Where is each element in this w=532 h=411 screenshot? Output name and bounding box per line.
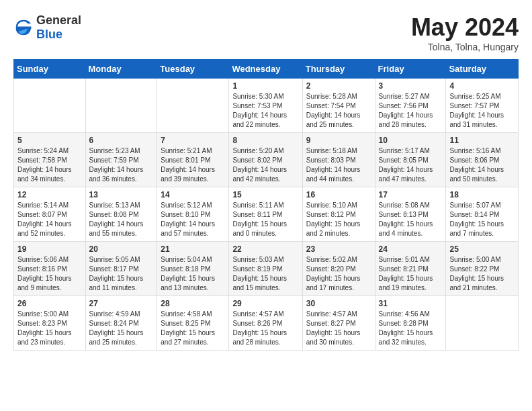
calendar-table: Sunday Monday Tuesday Wednesday Thursday… <box>13 59 519 351</box>
calendar-cell <box>157 79 229 133</box>
day-info: Sunrise: 5:17 AM Sunset: 8:05 PM Dayligh… <box>379 146 443 184</box>
calendar-cell: 16Sunrise: 5:10 AM Sunset: 8:12 PM Dayli… <box>302 187 375 242</box>
calendar-cell: 10Sunrise: 5:17 AM Sunset: 8:05 PM Dayli… <box>375 133 446 187</box>
day-info: Sunrise: 5:11 AM Sunset: 8:11 PM Dayligh… <box>232 201 298 238</box>
day-number: 23 <box>306 244 371 254</box>
month-year-title: May 2024 <box>411 13 519 42</box>
day-number: 8 <box>232 136 298 145</box>
calendar-cell: 25Sunrise: 5:00 AM Sunset: 8:22 PM Dayli… <box>446 242 519 296</box>
day-number: 5 <box>17 136 82 145</box>
calendar-cell: 1Sunrise: 5:30 AM Sunset: 7:53 PM Daylig… <box>229 79 302 133</box>
header-sunday: Sunday <box>14 60 86 79</box>
calendar-cell: 14Sunrise: 5:12 AM Sunset: 8:10 PM Dayli… <box>157 187 229 242</box>
calendar-cell: 7Sunrise: 5:21 AM Sunset: 8:01 PM Daylig… <box>157 133 229 187</box>
day-number: 11 <box>449 136 515 145</box>
calendar-cell: 17Sunrise: 5:08 AM Sunset: 8:13 PM Dayli… <box>375 187 446 242</box>
day-number: 3 <box>379 81 443 91</box>
calendar-cell <box>14 79 86 133</box>
day-info: Sunrise: 5:01 AM Sunset: 8:21 PM Dayligh… <box>379 255 443 293</box>
calendar-cell: 26Sunrise: 5:00 AM Sunset: 8:23 PM Dayli… <box>14 296 86 351</box>
logo-general-text: General <box>36 13 81 28</box>
calendar-cell: 13Sunrise: 5:13 AM Sunset: 8:08 PM Dayli… <box>85 187 157 242</box>
day-number: 29 <box>232 299 298 308</box>
day-number: 17 <box>379 190 443 199</box>
day-info: Sunrise: 5:07 AM Sunset: 8:14 PM Dayligh… <box>449 201 515 238</box>
calendar-cell: 9Sunrise: 5:18 AM Sunset: 8:03 PM Daylig… <box>302 133 375 187</box>
calendar-cell: 15Sunrise: 5:11 AM Sunset: 8:11 PM Dayli… <box>229 187 302 242</box>
calendar-cell: 19Sunrise: 5:06 AM Sunset: 8:16 PM Dayli… <box>14 242 86 296</box>
day-number: 16 <box>306 190 371 199</box>
day-info: Sunrise: 5:28 AM Sunset: 7:54 PM Dayligh… <box>306 92 371 130</box>
day-number: 21 <box>161 244 225 254</box>
calendar-cell: 5Sunrise: 5:24 AM Sunset: 7:58 PM Daylig… <box>14 133 86 187</box>
day-number: 18 <box>449 190 515 199</box>
day-info: Sunrise: 5:14 AM Sunset: 8:07 PM Dayligh… <box>17 201 82 238</box>
calendar-cell: 27Sunrise: 4:59 AM Sunset: 8:24 PM Dayli… <box>85 296 157 351</box>
day-info: Sunrise: 5:23 AM Sunset: 7:59 PM Dayligh… <box>89 146 154 184</box>
day-info: Sunrise: 5:12 AM Sunset: 8:10 PM Dayligh… <box>161 201 225 238</box>
day-number: 13 <box>89 190 154 199</box>
day-info: Sunrise: 5:20 AM Sunset: 8:02 PM Dayligh… <box>232 146 298 184</box>
day-number: 31 <box>379 299 443 308</box>
day-info: Sunrise: 5:08 AM Sunset: 8:13 PM Dayligh… <box>379 201 443 238</box>
weekday-header-row: Sunday Monday Tuesday Wednesday Thursday… <box>14 60 519 79</box>
calendar-cell: 23Sunrise: 5:02 AM Sunset: 8:20 PM Dayli… <box>302 242 375 296</box>
calendar-cell <box>85 79 157 133</box>
calendar-cell: 29Sunrise: 4:57 AM Sunset: 8:26 PM Dayli… <box>229 296 302 351</box>
day-info: Sunrise: 5:02 AM Sunset: 8:20 PM Dayligh… <box>306 255 371 293</box>
location-subtitle: Tolna, Tolna, Hungary <box>411 42 519 52</box>
header-monday: Monday <box>85 60 157 79</box>
day-info: Sunrise: 4:59 AM Sunset: 8:24 PM Dayligh… <box>89 310 154 347</box>
day-info: Sunrise: 5:25 AM Sunset: 7:57 PM Dayligh… <box>449 92 515 130</box>
day-number: 26 <box>17 299 82 308</box>
calendar-cell: 22Sunrise: 5:03 AM Sunset: 8:19 PM Dayli… <box>229 242 302 296</box>
logo-blue-text: Blue <box>36 28 81 42</box>
day-number: 24 <box>379 244 443 254</box>
day-info: Sunrise: 5:04 AM Sunset: 8:18 PM Dayligh… <box>161 255 225 293</box>
day-info: Sunrise: 5:10 AM Sunset: 8:12 PM Dayligh… <box>306 201 371 238</box>
day-number: 20 <box>89 244 154 254</box>
day-info: Sunrise: 5:18 AM Sunset: 8:03 PM Dayligh… <box>306 146 371 184</box>
logo-text: General Blue <box>36 13 81 42</box>
calendar-cell: 8Sunrise: 5:20 AM Sunset: 8:02 PM Daylig… <box>229 133 302 187</box>
day-info: Sunrise: 4:57 AM Sunset: 8:27 PM Dayligh… <box>306 310 371 347</box>
header-tuesday: Tuesday <box>157 60 229 79</box>
day-number: 30 <box>306 299 371 308</box>
day-info: Sunrise: 5:30 AM Sunset: 7:53 PM Dayligh… <box>232 92 298 130</box>
day-info: Sunrise: 5:00 AM Sunset: 8:22 PM Dayligh… <box>449 255 515 293</box>
calendar-cell: 30Sunrise: 4:57 AM Sunset: 8:27 PM Dayli… <box>302 296 375 351</box>
day-info: Sunrise: 5:21 AM Sunset: 8:01 PM Dayligh… <box>161 146 225 184</box>
day-number: 12 <box>17 190 82 199</box>
calendar-week-row: 5Sunrise: 5:24 AM Sunset: 7:58 PM Daylig… <box>14 133 519 187</box>
calendar-cell: 12Sunrise: 5:14 AM Sunset: 8:07 PM Dayli… <box>14 187 86 242</box>
day-number: 10 <box>379 136 443 145</box>
header-thursday: Thursday <box>302 60 375 79</box>
calendar-week-row: 12Sunrise: 5:14 AM Sunset: 8:07 PM Dayli… <box>14 187 519 242</box>
calendar-cell: 11Sunrise: 5:16 AM Sunset: 8:06 PM Dayli… <box>446 133 519 187</box>
calendar-cell: 20Sunrise: 5:05 AM Sunset: 8:17 PM Dayli… <box>85 242 157 296</box>
day-number: 2 <box>306 81 371 91</box>
day-number: 28 <box>161 299 225 308</box>
calendar-cell: 3Sunrise: 5:27 AM Sunset: 7:56 PM Daylig… <box>375 79 446 133</box>
calendar-cell <box>446 296 519 351</box>
day-info: Sunrise: 4:57 AM Sunset: 8:26 PM Dayligh… <box>232 310 298 347</box>
day-info: Sunrise: 4:56 AM Sunset: 8:28 PM Dayligh… <box>379 310 443 347</box>
calendar-week-row: 1Sunrise: 5:30 AM Sunset: 7:53 PM Daylig… <box>14 79 519 133</box>
day-info: Sunrise: 5:27 AM Sunset: 7:56 PM Dayligh… <box>379 92 443 130</box>
calendar-week-row: 26Sunrise: 5:00 AM Sunset: 8:23 PM Dayli… <box>14 296 519 351</box>
day-number: 14 <box>161 190 225 199</box>
logo-icon <box>13 17 34 38</box>
calendar-cell: 2Sunrise: 5:28 AM Sunset: 7:54 PM Daylig… <box>302 79 375 133</box>
day-info: Sunrise: 4:58 AM Sunset: 8:25 PM Dayligh… <box>161 310 225 347</box>
calendar-cell: 4Sunrise: 5:25 AM Sunset: 7:57 PM Daylig… <box>446 79 519 133</box>
day-number: 6 <box>89 136 154 145</box>
day-number: 19 <box>17 244 82 254</box>
logo: General Blue <box>13 13 81 42</box>
page-header: General Blue May 2024 Tolna, Tolna, Hung… <box>13 13 519 52</box>
day-number: 22 <box>232 244 298 254</box>
header-wednesday: Wednesday <box>229 60 302 79</box>
day-info: Sunrise: 5:13 AM Sunset: 8:08 PM Dayligh… <box>89 201 154 238</box>
calendar-cell: 28Sunrise: 4:58 AM Sunset: 8:25 PM Dayli… <box>157 296 229 351</box>
header-friday: Friday <box>375 60 446 79</box>
day-info: Sunrise: 5:16 AM Sunset: 8:06 PM Dayligh… <box>449 146 515 184</box>
